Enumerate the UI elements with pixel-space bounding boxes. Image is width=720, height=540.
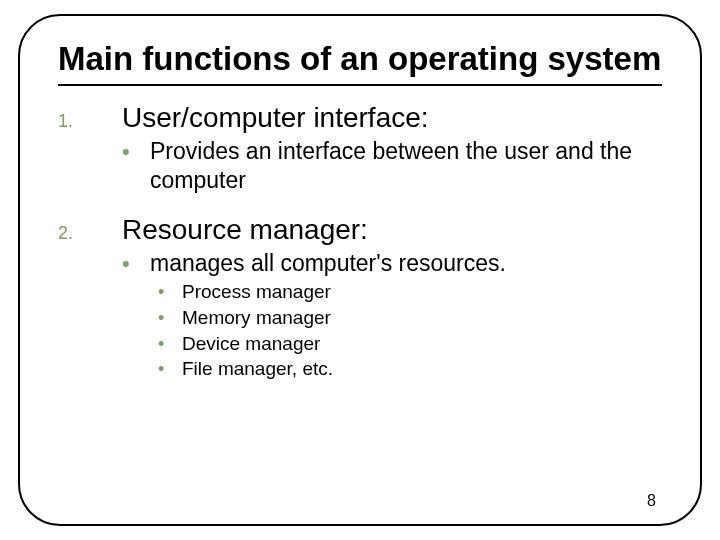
bullet-text: manages all computer's resources. — [150, 249, 506, 278]
list-number: 1. — [58, 110, 122, 133]
list-number: 2. — [58, 222, 122, 245]
sub-bullet-item: • Process manager — [58, 280, 662, 304]
sub-bullet-text: Memory manager — [182, 306, 331, 330]
slide-title: Main functions of an operating system — [58, 40, 662, 78]
sub-bullet-item: • Device manager — [58, 332, 662, 356]
sub-bullet-text: File manager, etc. — [182, 357, 333, 381]
sub-bullet-item: • Memory manager — [58, 306, 662, 330]
slide: Main functions of an operating system 1.… — [0, 0, 720, 540]
bullet-item: • Provides an interface between the user… — [58, 137, 662, 195]
list-heading: User/computer interface: — [122, 100, 429, 135]
bullet-item: • manages all computer's resources. — [58, 249, 662, 278]
bullet-icon: • — [158, 307, 182, 330]
sub-bullet-text: Device manager — [182, 332, 320, 356]
slide-content: 1. User/computer interface: • Provides a… — [58, 100, 662, 381]
bullet-icon: • — [158, 333, 182, 356]
list-heading: Resource manager: — [122, 212, 368, 247]
page-number: 8 — [647, 492, 656, 510]
sub-bullet-item: • File manager, etc. — [58, 357, 662, 381]
sub-bullet-text: Process manager — [182, 280, 331, 304]
bullet-icon: • — [122, 253, 150, 275]
bullet-icon: • — [122, 141, 150, 163]
title-underline — [58, 84, 662, 86]
list-item: 2. Resource manager: — [58, 212, 662, 247]
slide-frame: Main functions of an operating system 1.… — [18, 14, 702, 526]
bullet-icon: • — [158, 281, 182, 304]
list-item: 1. User/computer interface: — [58, 100, 662, 135]
bullet-icon: • — [158, 358, 182, 381]
bullet-text: Provides an interface between the user a… — [150, 137, 662, 195]
